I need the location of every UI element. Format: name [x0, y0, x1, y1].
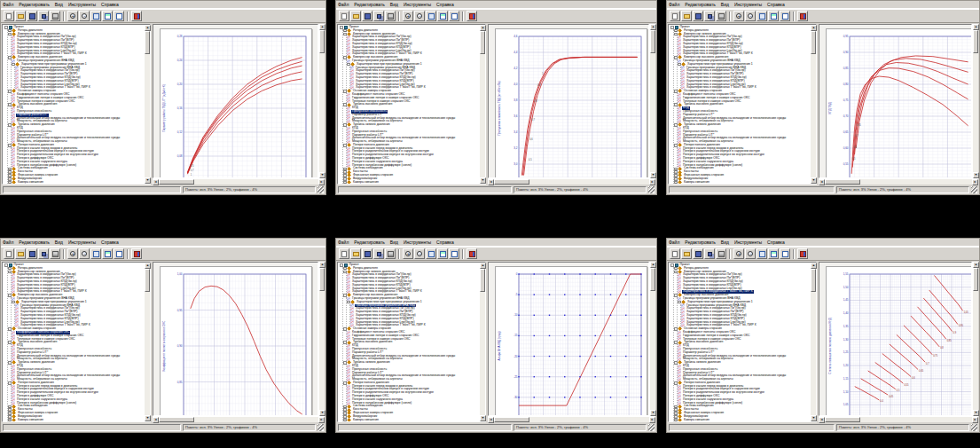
scroll-down-icon[interactable]: ▼ [145, 415, 151, 421]
chart-vertical-scrollbar[interactable]: ▲ ▼ [972, 24, 978, 178]
scroll-up-icon[interactable]: ▲ [480, 25, 486, 31]
chart-vertical-scrollbar[interactable]: ▲ ▼ [318, 262, 325, 416]
tree-item[interactable]: +Камера смешения [8, 181, 144, 185]
chart-vertical-scrollbar[interactable]: ▲ ▼ [649, 262, 655, 416]
menu-edit[interactable]: Редактировать [19, 1, 50, 9]
expand-icon[interactable]: + [343, 181, 347, 185]
scroll-down-icon[interactable]: ▼ [650, 172, 656, 178]
scrollbar-thumb[interactable] [319, 268, 325, 291]
scroll-up-icon[interactable]: ▲ [319, 262, 325, 268]
menu-edit[interactable]: Редактировать [19, 239, 50, 247]
print-button[interactable] [716, 11, 726, 21]
scrollbar-thumb[interactable] [811, 269, 816, 292]
menu-tools[interactable]: Инструменты [68, 1, 96, 9]
chart-vertical-scrollbar[interactable]: ▲ ▼ [318, 24, 325, 178]
scroll-up-icon[interactable]: ▲ [973, 24, 979, 30]
zoom-width-button[interactable] [437, 248, 448, 259]
resize-grip[interactable] [648, 424, 655, 431]
new-button[interactable] [4, 248, 14, 259]
menu-file[interactable]: Файл [669, 239, 679, 247]
exit-button[interactable] [466, 248, 477, 259]
menu-tools[interactable]: Инструменты [734, 239, 762, 247]
scroll-down-icon[interactable]: ▼ [973, 172, 979, 178]
scrollbar-thumb[interactable] [319, 30, 325, 53]
save-all-button[interactable] [373, 248, 384, 259]
zoom-fit-button[interactable] [90, 248, 101, 259]
resize-grip[interactable] [971, 424, 977, 431]
open-button[interactable] [681, 11, 692, 21]
scroll-down-icon[interactable]: ▼ [480, 177, 486, 184]
tree-item[interactable]: +Камера смешения [674, 419, 810, 422]
menu-view[interactable]: Вид [721, 239, 729, 247]
open-button[interactable] [681, 248, 692, 259]
chart-horizontal-scrollbar[interactable]: ◄ ► [153, 178, 325, 185]
menu-file[interactable]: Файл [3, 1, 13, 9]
scroll-down-icon[interactable]: ▼ [973, 410, 979, 416]
save-button[interactable] [693, 11, 703, 21]
exit-button[interactable] [797, 248, 808, 259]
save-button[interactable] [362, 11, 372, 21]
expand-icon[interactable]: + [674, 419, 678, 422]
expand-icon[interactable]: + [674, 181, 678, 185]
print-button[interactable] [385, 11, 396, 21]
menu-view[interactable]: Вид [721, 1, 729, 9]
zoom-out-button[interactable] [745, 248, 756, 259]
menu-view[interactable]: Вид [390, 1, 398, 9]
expand-icon[interactable]: + [343, 419, 347, 422]
scroll-down-icon[interactable]: ▼ [319, 410, 325, 416]
print-button[interactable] [50, 11, 60, 21]
open-button[interactable] [15, 11, 26, 21]
tree-vertical-scrollbar[interactable]: ▲ ▼ [144, 25, 150, 184]
menu-edit[interactable]: Редактировать [354, 239, 385, 247]
save-all-button[interactable] [704, 248, 715, 259]
zoom-in-button[interactable] [733, 11, 744, 21]
zoom-width-button[interactable] [102, 11, 113, 21]
chart-vertical-scrollbar[interactable]: ▲ ▼ [972, 262, 978, 416]
tree-item[interactable]: +Камера смешения [674, 181, 810, 185]
save-button[interactable] [362, 248, 372, 259]
menu-tools[interactable]: Инструменты [734, 1, 762, 9]
zoom-fit-button[interactable] [757, 11, 767, 21]
zoom-in-button[interactable] [67, 248, 78, 259]
zoom-fit-button[interactable] [90, 11, 101, 21]
expand-icon[interactable]: + [8, 181, 12, 185]
menu-edit[interactable]: Редактировать [685, 239, 716, 247]
scroll-down-icon[interactable]: ▼ [480, 415, 486, 421]
open-button[interactable] [350, 11, 361, 21]
menu-help[interactable]: Справка [101, 239, 119, 247]
new-button[interactable] [670, 248, 680, 259]
save-all-button[interactable] [38, 11, 49, 21]
chart-horizontal-scrollbar[interactable]: ◄ ► [819, 178, 978, 185]
chart-horizontal-scrollbar[interactable]: ◄ ► [153, 416, 325, 422]
scrollbar-thumb[interactable] [973, 268, 978, 291]
menu-view[interactable]: Вид [55, 1, 63, 9]
zoom-page-button[interactable] [114, 11, 124, 21]
scroll-up-icon[interactable]: ▲ [650, 262, 656, 268]
zoom-page-button[interactable] [449, 248, 459, 259]
menu-view[interactable]: Вид [55, 239, 63, 247]
save-button[interactable] [27, 248, 37, 259]
scroll-up-icon[interactable]: ▲ [145, 263, 151, 269]
scrollbar-thumb[interactable] [145, 269, 150, 292]
zoom-fit-button[interactable] [426, 248, 436, 259]
zoom-page-button[interactable] [449, 11, 459, 21]
scroll-up-icon[interactable]: ▲ [811, 25, 817, 31]
tree-vertical-scrollbar[interactable]: ▲ ▼ [479, 263, 485, 421]
menu-edit[interactable]: Редактировать [685, 1, 716, 9]
tree-item[interactable]: +Камера смешения [8, 419, 144, 422]
open-button[interactable] [350, 248, 361, 259]
expand-icon[interactable]: + [8, 419, 12, 422]
tree-vertical-scrollbar[interactable]: ▲ ▼ [479, 25, 485, 184]
scroll-up-icon[interactable]: ▲ [145, 25, 151, 31]
zoom-width-button[interactable] [768, 248, 779, 259]
print-button[interactable] [50, 248, 60, 259]
menu-help[interactable]: Справка [767, 239, 785, 247]
zoom-fit-button[interactable] [757, 248, 767, 259]
menu-help[interactable]: Справка [767, 1, 785, 9]
exit-button[interactable] [466, 11, 477, 21]
zoom-out-button[interactable] [414, 11, 425, 21]
tree-vertical-scrollbar[interactable]: ▲ ▼ [144, 263, 150, 421]
scrollbar-thumb[interactable] [145, 31, 150, 54]
scroll-up-icon[interactable]: ▲ [319, 24, 325, 30]
zoom-out-button[interactable] [414, 248, 425, 259]
